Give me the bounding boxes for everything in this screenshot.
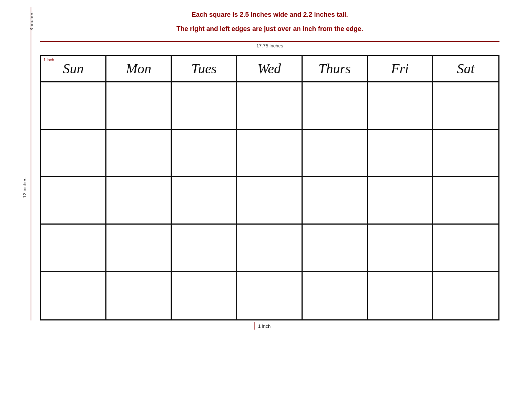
calendar-day-cell — [433, 272, 498, 319]
left-vertical-line — [31, 55, 31, 320]
calendar-day-cell — [237, 225, 302, 272]
calendar-header: 1 inch Sun Mon Tues Wed Thurs Fri — [41, 56, 498, 82]
calendar-day-cell — [303, 225, 368, 272]
h-measure-line — [40, 41, 499, 42]
calendar: 1 inch Sun Mon Tues Wed Thurs Fri — [40, 55, 499, 320]
calendar-day-cell — [237, 130, 302, 177]
calendar-day-cell — [368, 177, 433, 225]
info-line-1: Each square is 2.5 inches wide and 2.2 i… — [191, 11, 348, 19]
day-label-sun: Sun — [63, 61, 84, 77]
calendar-day-cell — [41, 272, 106, 319]
calendar-day-cell — [237, 177, 302, 225]
header-cell-sat: Sat — [433, 56, 498, 81]
bottom-annotation: 1 inch — [26, 322, 499, 330]
calendar-day-cell — [41, 130, 106, 177]
header-cell-wed: Wed — [237, 56, 302, 81]
info-line-2: The right and left edges are just over a… — [176, 25, 363, 33]
day-label-tues: Tues — [191, 61, 217, 77]
header-cell-sun: 1 inch Sun — [41, 56, 106, 81]
calendar-day-cell — [303, 177, 368, 225]
header-cell-mon: Mon — [106, 56, 172, 81]
calendar-day-cell — [368, 130, 433, 177]
day-label-wed: Wed — [257, 61, 281, 77]
calendar-day-cell — [106, 82, 172, 130]
calendar-day-cell — [106, 130, 172, 177]
calendar-day-cell — [433, 130, 498, 177]
left-vertical-label-container: 12 inches — [26, 55, 36, 320]
day-label-fri: Fri — [391, 61, 409, 77]
h-measure-container: 17.75 inches — [40, 41, 499, 48]
calendar-day-cell — [41, 225, 106, 272]
top-vertical-label-container: 3 inches — [26, 7, 36, 55]
h-measure-line-row — [40, 41, 499, 42]
calendar-day-cell — [41, 82, 106, 130]
main-area: 12 inches 1 inch Sun Mon Tues Wed — [26, 55, 499, 320]
calendar-day-cell — [303, 82, 368, 130]
calendar-day-cell — [172, 225, 237, 272]
calendar-day-cell — [368, 82, 433, 130]
header-cell-fri: Fri — [368, 56, 433, 81]
calendar-day-cell — [433, 177, 498, 225]
header-cell-tues: Tues — [172, 56, 237, 81]
calendar-day-cell — [433, 225, 498, 272]
calendar-day-cell — [41, 177, 106, 225]
calendar-day-cell — [172, 82, 237, 130]
calendar-day-cell — [303, 130, 368, 177]
calendar-day-cell — [237, 272, 302, 319]
bottom-tick — [254, 322, 255, 330]
h-measure-label: 17.75 inches — [256, 43, 283, 48]
top-annotation: 3 inches Each square is 2.5 inches wide … — [26, 7, 499, 55]
top-vertical-label: 3 inches — [29, 11, 34, 30]
calendar-day-cell — [106, 177, 172, 225]
calendar-day-cell — [368, 225, 433, 272]
day-label-sat: Sat — [457, 61, 475, 77]
bottom-tick-row: 1 inch — [254, 322, 271, 330]
calendar-day-cell — [106, 225, 172, 272]
left-vertical-label: 12 inches — [22, 178, 27, 198]
calendar-day-cell — [172, 130, 237, 177]
page-container: 3 inches Each square is 2.5 inches wide … — [26, 7, 499, 330]
header-cell-thurs: Thurs — [303, 56, 368, 81]
day-label-mon: Mon — [126, 61, 151, 77]
calendar-day-cell — [368, 272, 433, 319]
calendar-day-cell — [237, 82, 302, 130]
calendar-day-cell — [106, 272, 172, 319]
calendar-day-cell — [433, 82, 498, 130]
info-text-block: Each square is 2.5 inches wide and 2.2 i… — [40, 7, 499, 48]
day-label-thurs: Thurs — [318, 61, 351, 77]
sun-inch-label: 1 inch — [43, 58, 54, 62]
bottom-label: 1 inch — [258, 323, 271, 329]
calendar-day-cell — [303, 272, 368, 319]
calendar-day-cell — [172, 177, 237, 225]
calendar-day-cell — [172, 272, 237, 319]
calendar-body — [41, 82, 498, 319]
